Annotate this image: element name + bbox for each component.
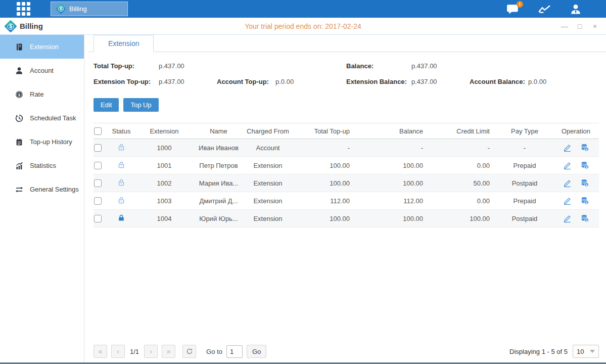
account-topup-value: p.0.00 — [275, 78, 334, 85]
sidebar-item-general-settings[interactable]: General Settings — [0, 177, 84, 201]
edit-pencil-icon[interactable] — [563, 161, 572, 170]
extension-balance-label: Extension Balance: — [346, 78, 411, 85]
edit-pencil-icon[interactable] — [563, 144, 572, 152]
displaying-text: Displaying 1 - 5 of 5 — [509, 348, 568, 355]
billing-diamond-icon: $ — [56, 4, 66, 14]
tab-extension[interactable]: Extension — [94, 35, 154, 52]
ledger-icon — [15, 43, 23, 51]
total-topup-cell: - — [293, 144, 356, 152]
reports-chart-icon[interactable] — [538, 4, 551, 14]
edit-pencil-icon[interactable] — [563, 197, 572, 205]
trial-notice: Your trial period ends on: 2017-02-24 — [0, 22, 606, 30]
lock-status-icon — [117, 214, 125, 222]
extension-topup-label: Extension Top-up: — [94, 78, 159, 85]
row-checkbox[interactable] — [94, 162, 102, 169]
sidebar-item-scheduled-task[interactable]: Scheduled Task — [0, 106, 84, 130]
tabstrip: Extension — [88, 35, 606, 52]
sidebar-item-label: Extension — [30, 43, 59, 51]
credit-limit-cell: 50.00 — [430, 179, 496, 187]
extension-topup-value: p.437.00 — [159, 78, 217, 85]
top-up-coins-icon[interactable]: $ — [580, 161, 589, 169]
name-cell: Иван Иванов — [195, 144, 243, 152]
go-button[interactable]: Go — [247, 345, 266, 358]
credit-limit-cell: - — [430, 144, 496, 152]
bar-chart-icon — [15, 162, 23, 170]
summary-panel: Total Top-up: p.437.00 Extension Top-up:… — [94, 52, 599, 92]
sidebar-item-label: General Settings — [30, 186, 79, 193]
user-account-icon[interactable] — [570, 4, 582, 15]
col-total-topup: Total Top-up — [293, 127, 356, 135]
close-icon[interactable]: × — [591, 22, 599, 30]
goto-page-input[interactable] — [226, 345, 243, 358]
charged-from-cell: Extension — [243, 215, 293, 222]
extension-table: Status Extension Name Charged From Total… — [94, 123, 599, 228]
pay-type-cell: Postpaid — [496, 179, 553, 187]
last-page-button[interactable]: » — [162, 345, 175, 358]
sidebar-item-label: Top-up History — [30, 138, 72, 146]
edit-pencil-icon[interactable] — [563, 179, 572, 188]
top-up-coins-icon[interactable]: $ — [580, 197, 589, 205]
account-balance-value: p.0.00 — [528, 78, 586, 85]
refresh-icon[interactable] — [182, 345, 196, 358]
pagination-bar: « ‹ 1/1 › » Go to Go Displaying 1 - 5 of… — [94, 342, 599, 360]
top-up-coins-icon[interactable]: $ — [580, 214, 589, 222]
col-name: Name — [195, 127, 243, 135]
top-up-coins-icon[interactable]: $ — [580, 144, 589, 152]
account-balance-label: Account Balance: — [470, 78, 528, 85]
name-cell: Петр Петров — [195, 162, 243, 169]
table-header-row: Status Extension Name Charged From Total… — [94, 123, 599, 139]
app-launcher-grid-icon[interactable] — [17, 2, 30, 16]
messages-icon[interactable]: ! — [506, 4, 520, 15]
extension-cell: 1000 — [134, 144, 195, 152]
first-page-button[interactable]: « — [94, 345, 107, 358]
sidebar-item-rate[interactable]: $ Rate — [0, 82, 84, 106]
sidebar-item-topup-history[interactable]: Top-up History — [0, 130, 84, 154]
name-cell: Юрий Юрь... — [195, 215, 243, 222]
charged-from-cell: Extension — [243, 179, 293, 187]
edit-button[interactable]: Edit — [94, 98, 119, 112]
total-topup-cell: 100.00 — [293, 215, 356, 222]
pay-type-cell: Prepaid — [496, 197, 553, 205]
prev-page-button[interactable]: ‹ — [111, 345, 125, 358]
sidebar-item-label: Account — [30, 67, 54, 74]
minimize-icon[interactable]: — — [561, 22, 569, 30]
sidebar: Extension Account $ Rate Scheduled Task — [0, 35, 84, 362]
col-status: Status — [109, 127, 134, 135]
account-topup-label: Account Top-up: — [217, 78, 275, 85]
sidebar-item-label: Statistics — [30, 162, 56, 169]
extension-cell: 1001 — [134, 162, 195, 169]
sidebar-item-account[interactable]: Account — [0, 59, 84, 82]
row-checkbox[interactable] — [94, 144, 102, 152]
row-checkbox[interactable] — [94, 197, 102, 205]
total-topup-value: p.437.00 — [159, 62, 217, 70]
page-size-select[interactable]: 10 — [573, 345, 599, 358]
edit-pencil-icon[interactable] — [563, 214, 572, 223]
sidebar-item-statistics[interactable]: Statistics — [0, 154, 84, 177]
col-balance: Balance — [356, 127, 430, 135]
window-controls: — □ × — [561, 22, 599, 30]
maximize-icon[interactable]: □ — [576, 22, 584, 30]
balance-cell: 112.00 — [356, 197, 430, 205]
name-cell: Дмитрий Д... — [195, 197, 243, 205]
topbar-tab-billing[interactable]: $ Billing — [51, 2, 128, 16]
row-checkbox[interactable] — [94, 179, 102, 187]
top-up-coins-icon[interactable]: $ — [580, 179, 589, 187]
main-content: Extension Total Top-up: p.437.00 Extensi… — [84, 35, 606, 362]
select-all-checkbox[interactable] — [94, 127, 102, 135]
charged-from-cell: Extension — [243, 197, 293, 205]
balance-value: p.437.00 — [411, 62, 470, 70]
col-pay-type: Pay Type — [496, 127, 553, 135]
notepad-icon — [15, 138, 23, 146]
person-icon — [15, 67, 23, 75]
pay-type-cell: Postpaid — [496, 215, 553, 222]
row-checkbox[interactable] — [94, 215, 102, 222]
sidebar-item-extension[interactable]: Extension — [0, 35, 84, 59]
billing-diamond-icon: $ — [4, 20, 17, 32]
table-row: 1003 Дмитрий Д... Extension 112.00 112.0… — [94, 192, 599, 210]
total-topup-cell: 100.00 — [293, 179, 356, 187]
titlebar: $ Billing Your trial period ends on: 201… — [0, 18, 606, 35]
top-up-button[interactable]: Top Up — [123, 98, 158, 112]
next-page-button[interactable]: › — [144, 345, 158, 358]
lock-status-icon — [117, 178, 125, 187]
pay-type-cell: - — [496, 144, 553, 152]
